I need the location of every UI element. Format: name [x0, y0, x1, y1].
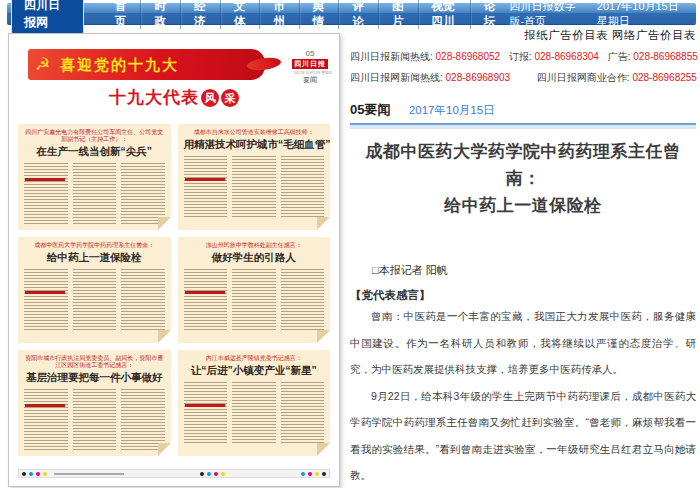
page-fold-corner — [158, 443, 171, 456]
hotline-number: 028-86968903 — [446, 72, 511, 83]
paper-masthead: 05 四川日报 2017年10月15日 星期日 要闻 — [292, 50, 328, 84]
article-headline: 做好学生的引路人 — [184, 251, 325, 265]
nav-item-home[interactable]: 首页 — [102, 0, 142, 29]
site-logo[interactable]: 四川日报网 — [11, 0, 84, 34]
print-registration-strip — [18, 469, 330, 478]
nav-item-politics[interactable]: 时政 — [141, 0, 181, 29]
nav-item-forum[interactable]: 论坛 — [471, 0, 510, 29]
main-nav: 首页 时政 经济 文体 市州 舆情 评论 图片 视觉四川 论坛 — [102, 0, 510, 29]
newspaper-page-thumbnail[interactable]: ☭ 喜迎党的十九大 05 四川日报 2017年10月15日 星期日 要闻 十九大… — [8, 33, 340, 487]
nav-item-opinion[interactable]: 舆情 — [300, 0, 340, 29]
party-emblem-icon: ☭ — [35, 53, 50, 77]
hotline-row-2: 四川日报网新闻热线: 028-86968903 四川日报网商业合作: 028-8… — [350, 71, 696, 85]
masthead-logo: 四川日报 — [292, 59, 328, 69]
registration-mark-icon — [22, 472, 26, 476]
page-fold-corner — [158, 217, 171, 230]
article-headline: 基层治理要把每一件小事做好 — [24, 371, 165, 385]
article-paragraph: 曾南：中医药是一个丰富的宝藏，我国正大力发展中医药，服务健康中国建设。作为一名科… — [350, 303, 696, 383]
section-header-bar: 05要闻 2017年10月15日 — [350, 100, 696, 125]
nav-item-cities[interactable]: 市州 — [260, 0, 300, 29]
article-eyebrow: 四川广安鑫光电力有限责任公司车间主任、公司党支部副书记（主持工作）： — [24, 129, 165, 143]
article-title-line1: 成都中医药大学药学院中药药理系主任曾南： — [350, 138, 696, 192]
nav-item-visual[interactable]: 视觉四川 — [419, 0, 471, 29]
page-fold-corner — [317, 443, 330, 456]
article-column: 报纸广告价目表 网络广告价目表 四川日报新闻热线: 028-86968052 订… — [350, 28, 696, 488]
hotline-label: 四川日报网新闻热线: — [350, 72, 446, 83]
hotline-number: 028-86968255 — [632, 72, 697, 83]
hotline-row-1: 四川日报新闻热线: 028-86968052 订报: 028-86968304 … — [350, 50, 696, 64]
digital-edition-link[interactable]: 四川日报数字版-首页 — [509, 0, 588, 29]
hotline-label: 广告: — [608, 51, 634, 62]
paper-article-grid: 四川广安鑫光电力有限责任公司车间主任、公司党支部副书记（主持工作）： 在生产一线… — [18, 124, 330, 456]
paper-article-box: 成都中医药大学药学院中药药理系主任曾南： 给中药上一道保险栓 — [18, 237, 171, 343]
article-eyebrow: 成都市自来水公司管道安装维修工高级技师： — [184, 129, 325, 136]
paper-article-box: 四川广安鑫光电力有限责任公司车间主任、公司党支部副书记（主持工作）： 在生产一线… — [18, 124, 171, 230]
masthead-section: 要闻 — [292, 75, 328, 84]
paper-article-box: 内江市威远县严陵镇党委书记感言： 让“后进”小镇变产业“新星” — [178, 350, 331, 456]
page-fold-corner — [317, 217, 330, 230]
hotline-number: 028-86968855 — [633, 51, 698, 62]
hotline-label: 四川日报网商业合作: — [537, 72, 633, 83]
article-headline: 在生产一线当创新“尖兵” — [24, 145, 165, 159]
paper-article-box: 成都市自来水公司管道安装维修工高级技师： 用精湛技术呵护城市“毛细血管” — [178, 124, 331, 230]
section-date: 2017年10月15日 — [409, 104, 495, 116]
series-title: 十九大代表 — [109, 88, 199, 107]
nav-item-culture[interactable]: 文体 — [221, 0, 261, 29]
nav-item-photos[interactable]: 图片 — [379, 0, 419, 29]
article-headline: 用精湛技术呵护城市“毛细血管” — [184, 138, 325, 152]
banner-slogan: 喜迎党的十九大 — [60, 49, 179, 80]
series-title-row: 十九大代表风采 — [9, 86, 339, 109]
hotline-number: 028-86968304 — [534, 51, 599, 62]
banner-ribbon: ☭ 喜迎党的十九大 — [28, 49, 265, 80]
article-paragraph: 9月22日，给本科3年级的学生上完两节中药药理课后，成都中医药大学药学院中药药理… — [350, 383, 696, 488]
article-eyebrow: 资阳市城市行政执法局党委委员、副局长，资阳市雁江区园区街道工委书记感言： — [24, 355, 165, 369]
article-eyebrow: 凉山州民族中学教科处副主任感言： — [184, 242, 325, 249]
article-eyebrow: 内江市威远县严陵镇党委书记感言： — [184, 355, 325, 362]
article-headline: 让“后进”小镇变产业“新星” — [184, 364, 325, 378]
party-congress-banner: ☭ 喜迎党的十九大 05 四川日报 2017年10月15日 星期日 要闻 — [20, 48, 328, 84]
article-byline: □本报记者 阳帆 — [350, 263, 696, 278]
web-ad-price-link[interactable]: 网络广告价目表 — [612, 29, 696, 41]
series-badge-2: 采 — [221, 89, 239, 107]
paper-ad-price-link[interactable]: 报纸广告价目表 — [524, 29, 608, 41]
nav-item-comment[interactable]: 评论 — [339, 0, 379, 29]
navbar-date: 2017年10月15日 星期日 — [597, 0, 688, 29]
section-name[interactable]: 05要闻 — [350, 102, 390, 117]
paper-article-box: 凉山州民族中学教科处副主任感言： 做好学生的引路人 — [178, 237, 331, 343]
article-tag: 【党代表感言】 — [350, 288, 696, 303]
masthead-date: 2017年10月15日 星期日 — [294, 70, 326, 75]
ad-price-links: 报纸广告价目表 网络广告价目表 — [350, 28, 696, 43]
article-title: 成都中医药大学药学院中药药理系主任曾南： 给中药上一道保险栓 — [350, 138, 696, 219]
top-navbar: 四川日报网 首页 时政 经济 文体 市州 舆情 评论 图片 视觉四川 论坛 四川… — [7, 3, 696, 25]
hotline-number: 028-86968052 — [436, 51, 501, 62]
page-fold-corner — [158, 330, 171, 343]
hotline-label: 四川日报新闻热线: — [350, 51, 436, 62]
hotline-label: 订报: — [509, 51, 535, 62]
page-fold-corner — [317, 330, 330, 343]
nav-item-economy[interactable]: 经济 — [181, 0, 221, 29]
article-eyebrow: 成都中医药大学药学院中药药理系主任曾南： — [24, 242, 165, 249]
article-title-line2: 给中药上一道保险栓 — [350, 192, 696, 219]
article-headline: 给中药上一道保险栓 — [24, 251, 165, 265]
paper-article-box: 资阳市城市行政执法局党委委员、副局长，资阳市雁江区园区街道工委书记感言： 基层治… — [18, 350, 171, 456]
series-badge-1: 风 — [201, 89, 219, 107]
page-number: 05 — [292, 50, 328, 58]
